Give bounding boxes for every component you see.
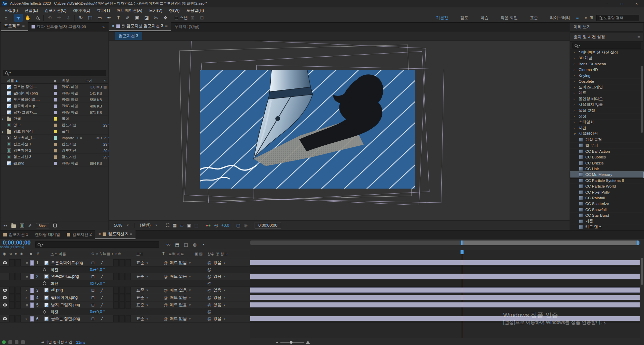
menu-layer[interactable]: 레이어(L) [70, 7, 94, 13]
layer-track-row[interactable] [250, 259, 640, 267]
region-of-interest-icon[interactable]: ▣ [187, 223, 191, 228]
parent-pickwhip-icon[interactable]: @ [207, 294, 211, 301]
workspace-overflow[interactable]: » [585, 15, 587, 20]
property-pickwhip-icon[interactable]: @ [207, 267, 211, 273]
effects-category[interactable]: ›색상 교정 [570, 108, 643, 114]
quality-switch[interactable]: ⊡ [91, 294, 95, 301]
chevron-right-icon[interactable]: › [574, 120, 576, 124]
layer-expander[interactable]: ∨ [25, 273, 29, 280]
chevron-right-icon[interactable]: › [574, 91, 576, 95]
layer-label-swatch[interactable] [30, 301, 34, 308]
workspace-standard[interactable]: 표준 [524, 15, 544, 21]
layer-row[interactable]: ›4팔(레이어).png⊡╱표준@매트 없음@없음 [0, 294, 250, 301]
layer-duration-bar[interactable] [250, 274, 640, 279]
chevron-right-icon[interactable]: › [574, 109, 576, 113]
help-search-input[interactable] [604, 16, 634, 20]
stopwatch-icon[interactable] [43, 280, 46, 286]
layer-label-swatch[interactable] [30, 287, 34, 294]
project-bit-depth[interactable]: 8bpc [36, 223, 50, 228]
effects-category[interactable]: ›몰입형 비디오 [570, 96, 643, 102]
puppet-pin-tool[interactable]: ❖ [161, 14, 170, 22]
layer-label-swatch[interactable] [30, 273, 34, 280]
project-row[interactable]: 컴포지션 1컴포지션29,97 [1, 141, 108, 147]
layer-name[interactable]: 남자 그림자.png [51, 301, 80, 308]
workspace-small-screen[interactable]: 작은 화면 [494, 15, 524, 21]
track-matte-dropdown[interactable]: 매트 없음 [170, 301, 191, 308]
current-time-display[interactable]: 0;00;00;00 [3, 240, 31, 245]
parent-dropdown[interactable]: 없음 [213, 259, 237, 266]
expander-icon[interactable]: › [2, 116, 3, 122]
video-eye-toggle[interactable] [3, 287, 7, 294]
timeline-vertical-scrollbar[interactable] [641, 258, 643, 285]
minimize-button[interactable]: ─ [600, 0, 614, 7]
track-matte-dropdown[interactable]: 매트 없음 [170, 273, 191, 280]
effect-item[interactable]: CC Particle Systems II [570, 178, 643, 184]
project-row[interactable]: ›단색폴더 [1, 116, 108, 122]
layer-duration-bar[interactable] [250, 302, 640, 307]
chevron-right-icon[interactable]: › [574, 85, 576, 89]
mode-column[interactable]: 모드 [136, 252, 144, 257]
layer-name[interactable]: 오른쪽화이트.png [51, 259, 83, 266]
panel-menu-icon[interactable]: ≡ [165, 23, 168, 28]
label-swatch[interactable] [54, 85, 57, 89]
blend-mode-dropdown[interactable]: 표준 [136, 259, 148, 266]
effects-search-field[interactable]: ▾ [572, 43, 641, 49]
pen-tool[interactable]: ✒ [105, 14, 113, 22]
label-swatch[interactable] [54, 111, 57, 114]
timeline-search-field[interactable]: ▾ [35, 241, 159, 248]
clone-stamp-tool[interactable]: ▣ [133, 14, 142, 22]
parent-dropdown[interactable]: 없음 [213, 273, 237, 280]
label-swatch[interactable] [54, 162, 57, 165]
layer-duration-bar[interactable] [250, 260, 640, 265]
effect-item[interactable]: 가상 물결 [570, 137, 643, 143]
layer-name[interactable]: 왼쪽화이트.png [51, 273, 79, 280]
parent-pickwhip-icon[interactable]: @ [207, 259, 211, 266]
label-swatch[interactable] [54, 155, 57, 159]
effects-category[interactable]: ›시간 [570, 125, 643, 131]
column-name[interactable]: 이름 ▲ [7, 77, 18, 84]
tab-project[interactable]: 프로젝트 ≡ [1, 22, 28, 31]
time-navigator[interactable] [250, 240, 640, 245]
channel-settings-icon[interactable]: ●● [206, 223, 211, 228]
parent-pickwhip-icon[interactable]: @ [207, 315, 211, 322]
interpret-footage-icon[interactable]: ⚏ [3, 223, 7, 228]
menu-effect[interactable]: 효과(T) [94, 7, 113, 13]
label-swatch[interactable] [54, 92, 57, 95]
blend-mode-dropdown[interactable]: 표준 [136, 315, 148, 322]
close-button[interactable]: × [629, 0, 644, 7]
rectangle-tool[interactable]: ▭ [95, 14, 104, 22]
item-name[interactable]: 잉크 [13, 122, 52, 128]
magnification-dropdown[interactable]: 50%∨ [112, 222, 131, 228]
project-row[interactable]: ›잉크 레이어폴더 [1, 128, 108, 135]
rotation-tool[interactable]: ↻ [76, 14, 85, 22]
label-swatch[interactable] [54, 149, 57, 152]
close-icon[interactable]: × [98, 232, 101, 236]
timeline-tab[interactable]: 렌더링 대기열 [32, 230, 63, 239]
property-row[interactable]: 회전0x+5,0 °@ [0, 280, 250, 287]
expander-icon[interactable]: › [2, 128, 3, 135]
timeline-tab[interactable]: 컴포지션 1 [0, 230, 32, 239]
property-row[interactable]: 회전0x+0,0 °@ [0, 309, 250, 315]
mask-visibility-icon[interactable]: ▱ [180, 223, 183, 228]
effect-item[interactable]: CC Scatterize [570, 201, 643, 207]
parent-pickwhip-icon[interactable]: @ [207, 273, 211, 280]
effect-item[interactable]: 빛 무늬 [570, 143, 643, 148]
item-name[interactable]: 왼쪽화이트.p... [13, 103, 52, 109]
quality-best-switch[interactable]: ╱ [101, 273, 103, 280]
home-tool[interactable]: ⌂ [2, 14, 10, 22]
new-folder-icon[interactable] [11, 224, 16, 228]
layer-expander[interactable]: › [25, 287, 27, 294]
effect-item[interactable]: 카드 댄스 [570, 224, 643, 230]
project-row[interactable]: 팔(레이어).pngPNG 파일141 KB [1, 90, 108, 96]
layer-duration-bar[interactable] [250, 287, 640, 293]
matte-pickwhip-icon[interactable]: @ [164, 273, 168, 280]
timeline-tab[interactable]: 컴포지션 2 [63, 230, 95, 239]
blend-mode-dropdown[interactable]: 표준 [136, 301, 148, 308]
quality-switch[interactable]: ⊡ [91, 273, 95, 280]
help-search[interactable] [596, 15, 639, 21]
layer-track-row[interactable] [250, 301, 640, 309]
lock-icon[interactable] [122, 25, 124, 27]
item-name[interactable]: 팔(레이어).png [13, 90, 52, 96]
label-swatch[interactable] [54, 130, 57, 133]
quality-switch[interactable]: ⊡ [91, 315, 95, 322]
